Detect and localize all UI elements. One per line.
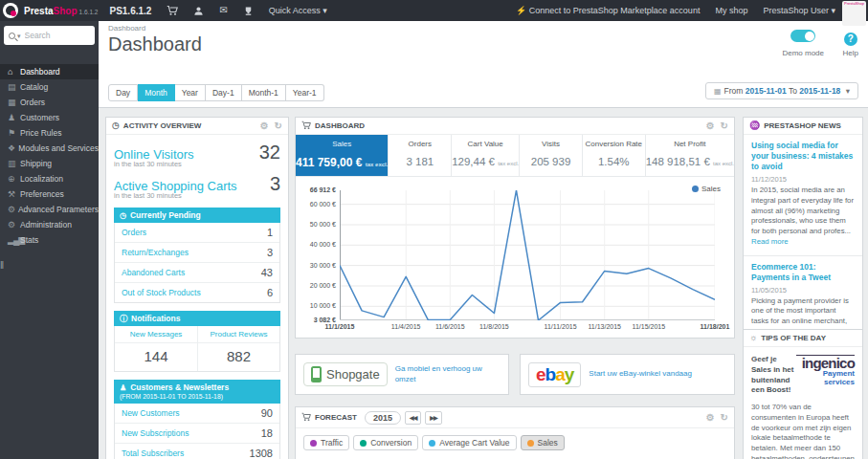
tax-suffix: tax excl. [713,161,734,166]
search-box[interactable] [4,26,95,45]
x-axis-tick-label: 11/8/2015 [469,323,519,330]
filter-year-button[interactable]: Year [175,84,206,101]
sidebar-item-advanced-parameters[interactable]: Advanced Parameters [0,202,99,217]
kpi-net-profit[interactable]: Net Profit148 918,51 € tax excl. [645,135,734,176]
avatar[interactable]: PrestaShop [842,1,866,26]
sidebar-item-orders[interactable]: Orders [0,95,99,110]
kpi-sales[interactable]: Sales411 759,00 € tax excl. [296,135,388,176]
filter-month-1-button[interactable]: Month-1 [242,84,286,101]
x-axis-tick-label: 11/6/2015 [425,323,475,330]
kpi-conversion-rate[interactable]: Conversion Rate1.54% [582,135,645,176]
chart-legend[interactable]: Sales [692,185,721,193]
shopgate-logo[interactable]: Shopgate [303,362,388,386]
shopgate-ad-panel: Shopgate Ga mobiel en verhoog uw omzet [295,354,509,395]
x-axis-tick-label: 11/1/2015 [315,323,365,330]
help-label[interactable]: Help [843,49,858,57]
lightbulb-icon [749,334,757,342]
quick-access-menu[interactable]: Quick Access [269,6,327,15]
sidebar-item-catalog[interactable]: Catalog [0,79,99,95]
shopgate-link[interactable]: Ga mobiel en verhoog uw omzet [395,364,501,384]
sidebar-item-modules[interactable]: Modules and Services [0,141,99,156]
forecast-year-button[interactable]: 2015 [365,411,401,425]
search-input[interactable] [25,31,82,40]
my-shop-link[interactable]: My shop [715,6,747,15]
kpi-row: Sales411 759,00 € tax excl. Orders3 181 … [296,135,734,177]
demo-mode-toggle[interactable] [790,30,815,42]
new-customers-link[interactable]: New Customers [122,408,179,418]
marketplace-link[interactable]: Connect to PrestaShop Marketplace accoun… [516,6,700,15]
new-messages-link[interactable]: New Messages [115,326,197,343]
ingenico-logo[interactable]: ingenico Payment services [796,355,855,396]
out-of-stock-link[interactable]: Out of Stock Products [122,288,201,297]
sales-line-chart: Sales 66 912 €60 000 €50 000 €40 000 €30… [298,179,728,339]
filter-day-1-button[interactable]: Day-1 [206,84,242,101]
clock-icon [112,121,120,130]
ebay-link[interactable]: Start uw eBay-winkel vandaag [589,369,692,379]
currently-pending-header: Currently Pending [114,208,280,223]
modules-icon [8,144,18,153]
new-subscriptions-link[interactable]: New Subscriptions [122,428,189,438]
gear-icon[interactable] [706,121,715,131]
toggle-conversion[interactable]: Conversion [353,435,418,450]
dashboard-panel-header: DASHBOARD [296,118,734,135]
gear-icon[interactable] [260,121,269,131]
chart-plot-area [340,190,715,320]
user-menu[interactable]: PrestaShop User [763,6,835,15]
next-year-button[interactable] [425,411,441,425]
tip-body: 30 tot 70% van de consumenten in Europa … [751,403,855,459]
kpi-visits[interactable]: Visits205 939 [519,135,582,176]
sidebar-item-localization[interactable]: Localization [0,171,99,186]
total-subscribers-link[interactable]: Total Subscribers [122,448,184,458]
abandoned-carts-link[interactable]: Abandoned Carts [122,268,185,277]
user-icon[interactable] [193,6,204,16]
kpi-cart-value[interactable]: Cart Value129,44 € tax excl. [451,135,519,176]
out-of-stock-value: 6 [267,287,273,298]
toggle-average-cart-value[interactable]: Average Cart Value [422,435,516,450]
previous-year-button[interactable] [405,411,421,425]
sidebar-item-price-rules[interactable]: Price Rules [0,125,99,141]
filter-year-1-button[interactable]: Year-1 [286,84,324,101]
cart-icon [301,120,311,132]
article-title-link[interactable]: Using social media for your business: 4 … [751,141,855,172]
ebay-logo[interactable]: ebay [528,362,581,387]
table-row: New Subscriptions18 [115,424,279,444]
sidebar-item-dashboard[interactable]: Dashboard [0,64,99,79]
refresh-icon[interactable] [721,413,728,423]
toggle-traffic[interactable]: Traffic [303,435,349,450]
refresh-icon[interactable] [275,121,282,131]
gear-icon[interactable] [706,413,715,423]
article-title-link[interactable]: Ecommerce 101: Payments in a Tweet [751,262,855,283]
page-title: Dashboard [108,33,202,55]
orders-link[interactable]: Orders [122,228,146,237]
refresh-icon[interactable] [721,121,728,131]
y-axis-tick-label: 30 000 € [298,262,336,269]
date-range-button[interactable]: From 2015-11-01 To 2015-11-18 [705,82,858,99]
globe-icon [8,175,20,184]
brand: PrestaShop1.6.1.2 [24,6,98,16]
filter-month-button[interactable]: Month [138,84,175,101]
y-axis-tick-label: 40 000 € [298,241,336,248]
product-reviews-link[interactable]: Product Reviews [197,326,279,343]
sidebar-item-preferences[interactable]: Preferences [0,186,99,202]
sidebar-item-customers[interactable]: Customers [0,110,99,125]
filter-day-button[interactable]: Day [108,84,138,101]
help-control[interactable]: ? Help [843,29,858,57]
sidebar-collapse-button[interactable] [0,261,4,271]
product-reviews-value: 882 [197,343,279,371]
trophy-icon[interactable] [243,6,254,16]
dashboard-panel: DASHBOARD Sales411 759,00 € tax excl. Or… [295,117,735,339]
y-axis-tick-label: 3 082 € [298,317,336,323]
help-icon[interactable]: ? [844,33,857,46]
cart-icon[interactable] [167,5,178,16]
toggle-sales[interactable]: Sales [521,435,565,450]
sidebar-item-shipping[interactable]: Shipping [0,156,99,171]
read-more-link[interactable]: Read more [751,237,789,246]
rss-icon [749,121,760,130]
sidebar-item-stats[interactable]: Stats [0,232,99,248]
sidebar-item-administration[interactable]: Administration [0,217,99,232]
kpi-orders[interactable]: Orders3 181 [388,135,451,176]
envelope-icon[interactable] [219,6,227,15]
returns-link[interactable]: Return/Exchanges [122,248,189,257]
sidebar-menu: Dashboard Catalog Orders Customers Price… [0,64,99,248]
search-scope-caret-icon[interactable] [17,33,21,39]
